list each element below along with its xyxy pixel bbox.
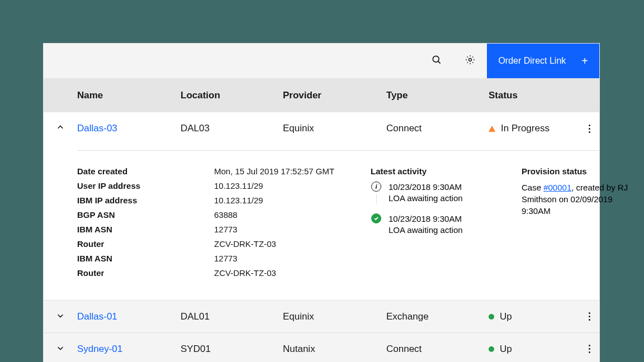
row-actions-menu[interactable] [578,312,600,321]
provision-pre: Case [522,183,543,192]
lbl-router2: Router [77,268,214,278]
lbl-user-ip: User IP address [77,181,214,190]
info-icon: i [371,182,381,192]
lbl-date-created: Date created [77,166,214,176]
table-row: Dallas-01 DAL01 Equinix Exchange Up [44,300,599,332]
chevron-up-icon [56,123,64,134]
activity-ts: 10/23/2018 9:30AM [389,182,463,193]
row-type: Connect [386,123,489,134]
status-up-dot-icon [489,346,494,352]
val-ibm-ip: 10.123.11/29 [214,196,371,205]
expand-toggle[interactable] [44,344,77,355]
warning-triangle-icon [489,126,495,132]
status-text: In Progress [501,123,550,134]
settings-button[interactable] [453,44,487,78]
order-direct-link-button[interactable]: Order Direct Link + [487,44,599,78]
row-details-panel: Date created User IP address IBM IP addr… [44,145,599,300]
val-router: ZCV-DRK-TZ-03 [214,239,371,249]
lbl-bgp-asn: BGP ASN [77,210,214,220]
row-name-link[interactable]: Dallas-03 [77,123,181,134]
lbl-ibm-asn2: IBM ASN [77,254,214,263]
search-icon [431,54,442,68]
table-row: Dallas-03 DAL03 Equinix Connect In Progr… [44,112,599,145]
detail-values: Mon, 15 Jul 2019 17:52:57 GMT 10.123.11/… [214,166,371,278]
row-provider: Equinix [283,311,386,322]
val-date-created: Mon, 15 Jul 2019 17:52:57 GMT [214,166,371,176]
detail-labels: Date created User IP address IBM IP addr… [77,166,214,278]
latest-activity-title: Latest activity [371,166,522,176]
activity-ts: 10/23/2018 9:30AM [389,213,463,225]
val-user-ip: 10.123.11/29 [214,181,371,190]
row-provider: Equinix [283,123,386,134]
col-provider: Provider [283,90,386,101]
svg-line-1 [438,61,441,64]
row-type: Connect [386,344,489,355]
activity-item: i 10/23/2018 9:30AM LOA awaiting action [371,182,522,204]
status-text: Up [500,344,512,355]
row-provider: Nutanix [283,344,386,355]
expand-toggle[interactable] [44,311,77,322]
expand-toggle[interactable] [44,123,77,134]
direct-link-panel: Order Direct Link + Name Location Provid… [43,43,600,362]
val-bgp-asn: 63888 [214,210,371,220]
row-status: In Progress [489,123,578,134]
val-ibm-asn: 12773 [214,225,371,234]
col-location: Location [181,90,283,101]
order-label: Order Direct Link [498,56,566,66]
row-location: DAL03 [181,123,283,134]
row-name-link[interactable]: Sydney-01 [77,344,181,355]
table-row: Sydney-01 SYD01 Nutanix Connect Up [44,332,599,362]
activity-item: 10/23/2018 9:30AM LOA awaiting action [371,213,522,236]
case-link[interactable]: #00001 [543,183,571,192]
activity-msg: LOA awaiting action [389,225,463,236]
overflow-icon [589,125,590,133]
svg-point-0 [433,56,439,62]
chevron-down-icon [56,344,64,355]
row-actions-menu[interactable] [578,345,600,353]
search-button[interactable] [420,44,453,78]
latest-activity-section: Latest activity i 10/23/2018 9:30AM LOA … [371,166,522,278]
col-name: Name [77,90,181,101]
col-status: Status [489,90,578,101]
toolbar: Order Direct Link + [44,44,599,78]
chevron-down-icon [56,311,64,322]
row-location: SYD01 [181,344,283,355]
lbl-ibm-asn: IBM ASN [77,225,214,234]
activity-msg: LOA awaiting action [389,193,463,204]
lbl-ibm-ip: IBM IP address [77,196,214,205]
checkmark-filled-icon [371,213,381,223]
overflow-icon [589,312,590,321]
row-type: Exchange [386,311,489,322]
row-name-link[interactable]: Dallas-01 [77,311,181,322]
row-status: Up [489,344,578,355]
status-text: Up [500,311,512,322]
status-up-dot-icon [489,314,494,320]
plus-icon: + [581,55,588,68]
col-type: Type [386,90,489,101]
svg-point-2 [469,59,472,61]
row-location: DAL01 [181,311,283,322]
overflow-icon [589,345,590,353]
gear-icon [465,54,476,68]
lbl-router: Router [77,239,214,249]
row-status: Up [489,311,578,322]
row-actions-menu[interactable] [578,125,600,133]
val-ibm-asn2: 12773 [214,254,371,263]
provision-status-section: Provision status Case #00001, created by… [522,166,633,278]
table-header: Name Location Provider Type Status [44,78,599,112]
val-router2: ZCV-DRK-TZ-03 [214,268,371,278]
provision-title: Provision status [522,166,633,176]
